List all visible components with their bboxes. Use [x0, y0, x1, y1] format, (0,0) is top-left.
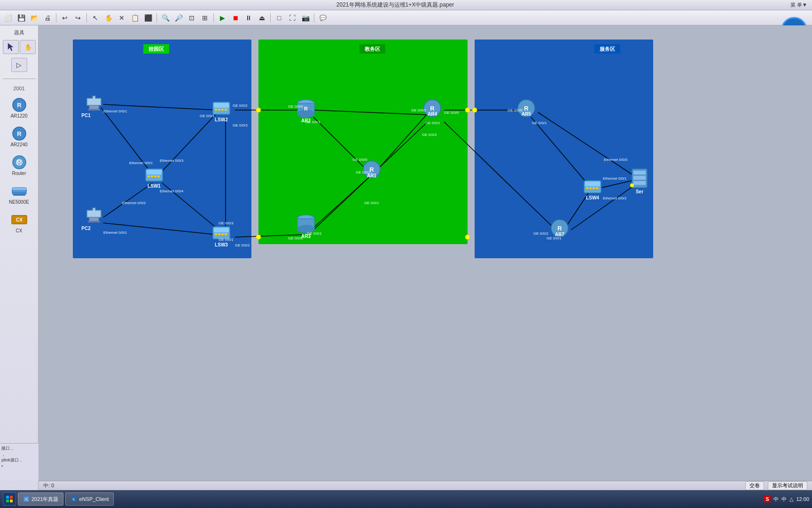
svg-point-117	[551, 220, 568, 237]
svg-point-141	[465, 235, 470, 239]
svg-text:GE 0/0/1: GE 0/0/1	[307, 231, 322, 236]
tb-sep3	[156, 13, 157, 23]
svg-text:GE 0/0/1: GE 0/0/1	[547, 236, 562, 240]
tb-camera[interactable]: 📷	[299, 12, 312, 24]
show-instructions-btn[interactable]: 显示考试说明	[768, 481, 807, 490]
svg-rect-18	[143, 44, 169, 54]
toolbar: ⬜ 💾 📂 🖨 ↩ ↪ ↖ ✋ ✕ 📋 ⬛ 🔍 🔎 ⊡ ⊞ ▶ ⏹ ⏸ ⏏ □ …	[0, 10, 812, 25]
sys-icon-s: S	[764, 496, 771, 502]
sys-icon-notify: △	[789, 496, 793, 502]
svg-rect-122	[584, 181, 601, 193]
svg-text:GE 0/0/0: GE 0/0/0	[288, 104, 303, 109]
tb-stop[interactable]: ⏹	[229, 12, 242, 24]
svg-point-138	[256, 235, 261, 239]
node-pc2	[87, 208, 101, 222]
svg-text:Ethernet 0/0/1: Ethernet 0/0/1	[103, 109, 127, 113]
svg-text:✋: ✋	[24, 43, 32, 51]
tb-new[interactable]: ⬜	[2, 12, 14, 24]
tb-sep1	[56, 13, 56, 23]
svg-line-29	[162, 183, 216, 228]
svg-point-88	[297, 110, 314, 118]
status-counter: 中: 0	[43, 482, 54, 489]
svg-rect-70	[221, 109, 224, 111]
node-lsw1	[146, 169, 163, 181]
node-lsw4	[584, 181, 601, 193]
svg-rect-80	[221, 233, 224, 235]
svg-rect-146	[10, 500, 13, 502]
titlebar: 2021年网络系统建设与运维1+X中级真题.paper 菜 单▼	[0, 0, 812, 10]
tb-save[interactable]: 💾	[15, 12, 27, 24]
sidebar-item-cx[interactable]: CX CX	[1, 209, 37, 236]
start-button[interactable]	[3, 492, 16, 506]
svg-text:E: E	[73, 498, 75, 501]
svg-point-112	[518, 100, 535, 117]
svg-rect-123	[585, 182, 600, 186]
svg-rect-55	[146, 169, 163, 181]
tb-select[interactable]: ↖	[89, 12, 102, 24]
svg-line-25	[101, 108, 153, 175]
svg-marker-45	[87, 96, 101, 105]
tb-play[interactable]: ▶	[216, 12, 228, 24]
sidebar-select-tool[interactable]	[3, 40, 19, 54]
taskbar-item-ensp[interactable]: E eNSP_Client	[65, 492, 114, 506]
svg-rect-78	[215, 233, 217, 235]
svg-text:Ethernet 0/0/1: Ethernet 0/0/1	[103, 230, 127, 235]
svg-line-40	[531, 117, 589, 185]
tb-hand[interactable]: ✋	[102, 12, 115, 24]
menu-button[interactable]: 菜 单▼	[790, 1, 807, 8]
svg-text:AR5: AR5	[522, 111, 531, 117]
sidebar-item-ar1220[interactable]: R AR1220	[1, 94, 37, 121]
svg-text:PC2: PC2	[81, 226, 91, 231]
tb-eject[interactable]: ⏏	[256, 12, 268, 24]
sidebar-hand-tool[interactable]: ✋	[20, 40, 36, 54]
tb-zoombox[interactable]: ⊡	[186, 12, 198, 24]
svg-rect-71	[225, 109, 227, 111]
tb-fitpage[interactable]: ⊞	[199, 12, 211, 24]
svg-rect-135	[633, 181, 646, 185]
tb-fullscreen[interactable]: ⛶	[286, 12, 298, 24]
svg-text:R: R	[524, 105, 529, 112]
tb-sep6	[314, 13, 314, 23]
svg-rect-17	[475, 40, 653, 258]
tb-zoomout[interactable]: 🔎	[172, 12, 185, 24]
canvas-area[interactable]: 校园区 教务区 服务区	[39, 25, 812, 481]
router-label: Router	[12, 171, 26, 176]
tb-pause[interactable]: ⏸	[242, 12, 255, 24]
ar2240-label: AR2240	[10, 142, 27, 147]
tb-print[interactable]: 🖨	[41, 12, 54, 24]
svg-line-36	[313, 110, 428, 115]
svg-rect-66	[213, 102, 230, 114]
tb-delete[interactable]: ✕	[116, 12, 128, 24]
tb-clipboard[interactable]: 📋	[129, 12, 141, 24]
svg-point-93	[297, 215, 314, 222]
svg-rect-145	[6, 500, 9, 502]
svg-rect-16	[258, 40, 468, 244]
tb-zoomin[interactable]: 🔍	[159, 12, 172, 24]
tb-window[interactable]: □	[273, 12, 285, 24]
network-svg: 校园区 教务区 服务区	[49, 30, 801, 359]
svg-line-39	[444, 122, 556, 230]
sidebar-arrow-tool[interactable]: ▷	[11, 58, 27, 72]
submit-btn[interactable]: 交卷	[745, 481, 764, 490]
svg-text:GE 0/0/0: GE 0/0/0	[288, 236, 303, 240]
svg-text:GE 0/0/2: GE 0/0/2	[235, 243, 250, 247]
svg-text:GE 0/0/3: GE 0/0/3	[233, 123, 248, 127]
tb-chat[interactable]: 💬	[317, 12, 329, 24]
sidebar-item-ne5000e[interactable]: NE5000E	[1, 180, 37, 207]
tb-open[interactable]: 📂	[28, 12, 40, 24]
tb-undo[interactable]: ↩	[59, 12, 71, 24]
svg-text:R: R	[304, 106, 308, 111]
tb-redo[interactable]: ↪	[72, 12, 84, 24]
sidebar-item-ar2240[interactable]: R AR2240	[1, 123, 37, 150]
svg-text:GE 0/0/2: GE 0/0/2	[233, 103, 248, 108]
tb-sep4	[213, 13, 214, 23]
svg-rect-126	[593, 187, 595, 189]
info-text: 接口，，plink接口，•	[1, 446, 23, 468]
svg-line-26	[103, 183, 153, 217]
svg-text:R: R	[557, 225, 562, 232]
sidebar-item-router[interactable]: R Router	[1, 151, 37, 178]
tb-rect[interactable]: ⬛	[142, 12, 154, 24]
svg-text:GE 0/0/2: GE 0/0/2	[533, 231, 548, 236]
taskbar-item-exam[interactable]: 试 2021年真题	[18, 492, 63, 506]
node-ar4: R	[424, 100, 441, 117]
